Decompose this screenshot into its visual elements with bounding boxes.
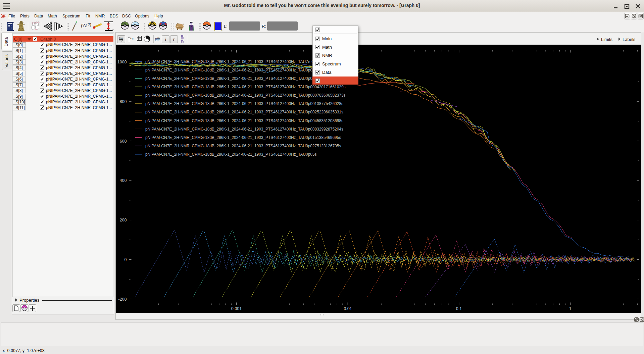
svg-text:pNIPAM-CN7E_2H-NMR_CPMG-18dB_2: pNIPAM-CN7E_2H-NMR_CPMG-18dB_286K-1_2024…: [145, 144, 341, 148]
svg-text:pNIPAM-CN7E_2H-NMR_CPMG-18dB_2: pNIPAM-CN7E_2H-NMR_CPMG-18dB_286K-1_2024…: [145, 110, 343, 114]
svg-text:1000: 1000: [117, 60, 127, 64]
svg-text:600: 600: [120, 139, 127, 144]
svg-text:200: 200: [120, 218, 127, 222]
svg-text:log: log: [119, 37, 123, 40]
svg-text:400: 400: [120, 178, 127, 183]
svg-text:800: 800: [120, 99, 127, 104]
svg-text:pNIPAM-CN7E_2H-NMR_CPMG-18dB_2: pNIPAM-CN7E_2H-NMR_CPMG-18dB_286K-1_2024…: [145, 152, 317, 157]
svg-text:0: 0: [125, 257, 127, 262]
svg-text:0.01: 0.01: [344, 306, 352, 311]
svg-text:pNIPAM-CN7E_2H-NMR_CPMG-18dB_2: pNIPAM-CN7E_2H-NMR_CPMG-18dB_286K-1_2024…: [145, 93, 345, 98]
svg-text:0.1: 0.1: [456, 306, 462, 311]
svg-text:pNIPAM-CN7E_2H-NMR_CPMG-18dB_2: pNIPAM-CN7E_2H-NMR_CPMG-18dB_286K-1_2024…: [145, 101, 343, 106]
svg-text:pNIPAM-CN7E_2H-NMR_CPMG-18dB_2: pNIPAM-CN7E_2H-NMR_CPMG-18dB_286K-1_2024…: [145, 59, 318, 64]
svg-text:pNIPAM-CN7E_2H-NMR_CPMG-18dB_2: pNIPAM-CN7E_2H-NMR_CPMG-18dB_286K-1_2024…: [145, 127, 343, 132]
svg-text:-200: -200: [118, 297, 127, 302]
svg-text:0.001: 0.001: [231, 306, 242, 311]
svg-text:1: 1: [569, 306, 572, 311]
svg-text:pNIPAM-CN7E_2H-NMR_CPMG-18dB_2: pNIPAM-CN7E_2H-NMR_CPMG-18dB_286K-1_2024…: [145, 85, 345, 89]
svg-text:log: log: [130, 37, 133, 40]
svg-text:pNIPAM-CN7E_2H-NMR_CPMG-18dB_2: pNIPAM-CN7E_2H-NMR_CPMG-18dB_286K-1_2024…: [145, 118, 343, 123]
svg-text:pNIPAM-CN7E_2H-NMR_CPMG-18dB_2: pNIPAM-CN7E_2H-NMR_CPMG-18dB_286K-1_2024…: [145, 135, 341, 140]
